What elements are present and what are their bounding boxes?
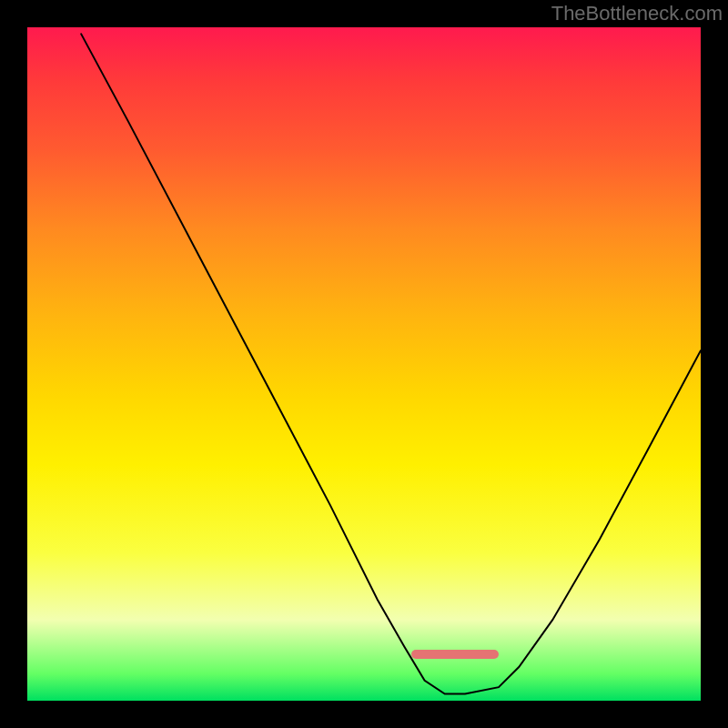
plot-area	[27, 27, 701, 701]
watermark-text: TheBottleneck.com	[551, 2, 723, 25]
valley-marker	[411, 650, 499, 659]
chart-svg	[27, 27, 701, 701]
curve-path	[81, 34, 701, 693]
chart-frame: TheBottleneck.com	[0, 0, 728, 728]
